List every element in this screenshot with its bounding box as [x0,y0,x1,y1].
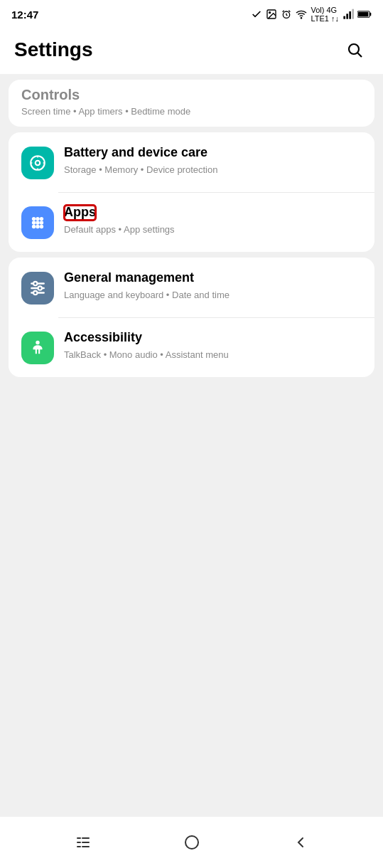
recents-button[interactable] [65,825,101,860]
svg-line-4 [289,11,291,12]
battery-care-icon [28,154,47,172]
battery-icon-wrap [21,147,54,179]
apps-item-text: Apps Default apps • App settings [64,205,362,236]
wifi-status-icon [296,9,307,20]
search-button[interactable] [340,36,369,64]
accessibility-subtitle: TalkBack • Mono audio • Assistant menu [64,349,362,361]
battery-apps-card: Battery and device care Storage • Memory… [9,132,374,252]
svg-point-32 [36,341,39,344]
accessibility-item[interactable]: Accessibility TalkBack • Mono audio • As… [9,317,374,377]
image-status-icon [266,9,277,20]
general-accessibility-card: General management Language and keyboard… [9,258,374,377]
svg-point-39 [185,836,198,849]
svg-point-1 [269,12,271,14]
battery-title: Battery and device care [64,145,362,161]
home-icon [183,834,200,851]
general-icon-wrap [21,272,54,305]
svg-point-22 [40,221,43,224]
battery-subtitle: Storage • Memory • Device protection [64,164,362,176]
svg-point-31 [33,291,37,295]
svg-point-19 [40,217,43,221]
back-icon [292,834,309,851]
svg-rect-6 [343,16,345,19]
svg-point-25 [40,225,43,228]
svg-point-29 [33,282,37,285]
back-button[interactable] [283,825,318,860]
check-status-icon [251,9,262,20]
network-status-text: Vol) 4GLTE1 ↑↓ [311,6,339,23]
svg-point-24 [36,225,39,228]
page-title: Settings [14,38,92,61]
svg-point-20 [32,221,36,224]
svg-point-13 [349,44,359,54]
general-item-text: General management Language and keyboard… [64,270,362,302]
battery-status-icon [357,9,372,19]
recents-icon [75,834,92,851]
nav-bar [0,817,383,868]
svg-point-30 [38,286,42,290]
battery-item-text: Battery and device care Storage • Memory… [64,145,362,176]
accessibility-title: Accessibility [64,330,362,346]
accessibility-item-text: Accessibility TalkBack • Mono audio • As… [64,330,362,361]
general-item[interactable]: General management Language and keyboard… [9,258,374,317]
apps-subtitle: Default apps • App settings [64,223,362,236]
alarm-status-icon [281,9,292,20]
svg-rect-11 [369,13,371,16]
apps-title: Apps [64,205,96,221]
svg-point-5 [301,18,302,18]
controls-item[interactable]: Controls Screen time • App timers • Bedt… [9,80,374,127]
apps-title-container: Apps [64,205,362,223]
controls-title: Controls [21,87,362,103]
accessibility-icon-wrap [21,332,54,364]
svg-line-14 [358,53,362,58]
svg-line-3 [283,11,284,12]
sliders-icon [28,279,47,297]
apps-icon-wrap [21,206,54,239]
general-subtitle: Language and keyboard • Date and time [64,289,362,302]
controls-subtitle: Screen time • App timers • Bedtime mode [21,106,362,117]
accessibility-icon [28,339,47,357]
battery-item[interactable]: Battery and device care Storage • Memory… [9,132,374,192]
svg-point-21 [36,221,39,224]
svg-rect-7 [346,14,348,18]
signal-status-icon [342,9,354,20]
header: Settings [0,28,383,74]
svg-rect-12 [358,12,368,16]
search-icon [346,41,363,58]
controls-card: Controls Screen time • App timers • Bedt… [9,80,374,127]
status-time: 12:47 [11,9,38,21]
svg-point-18 [36,217,39,221]
general-title: General management [64,270,362,286]
apps-icon [28,213,47,232]
content-area: Controls Screen time • App timers • Bedt… [0,80,383,377]
apps-item[interactable]: Apps Default apps • App settings [9,192,374,252]
svg-rect-9 [352,9,354,19]
home-button[interactable] [174,825,210,860]
svg-rect-8 [349,11,351,19]
status-icons: Vol) 4GLTE1 ↑↓ [251,6,372,23]
svg-point-17 [32,217,36,221]
svg-point-23 [32,225,36,228]
status-bar: 12:47 Vol) 4GLTE1 ↑↓ [0,0,383,28]
svg-point-16 [36,162,39,164]
